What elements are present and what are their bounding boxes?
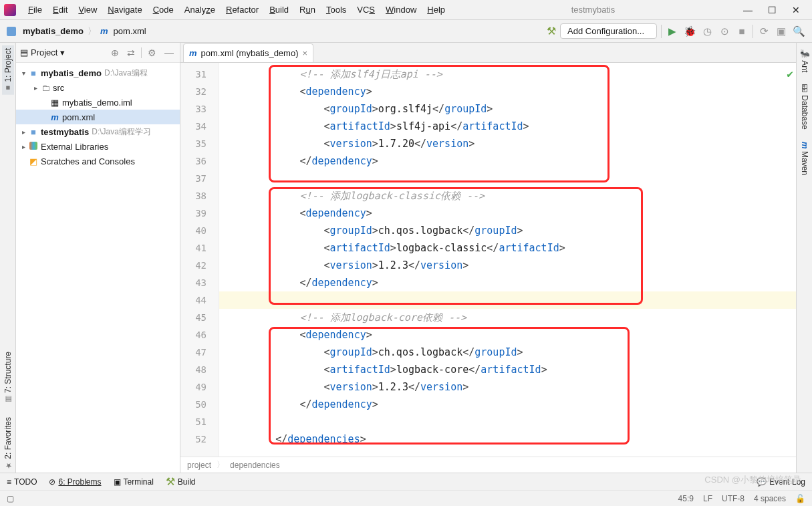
menu-build[interactable]: Build bbox=[264, 3, 294, 16]
tab-database[interactable]: 🗄 Database bbox=[799, 82, 811, 132]
tree-iml[interactable]: ▦mybatis_demo.iml bbox=[16, 95, 180, 110]
status-encoding[interactable]: UTF-8 bbox=[722, 494, 745, 503]
tab-maven[interactable]: m Maven bbox=[799, 139, 811, 178]
tab-label: pom.xml (mybatis_demo) bbox=[201, 48, 299, 58]
right-tool-rail: 🐜 Ant 🗄 Database m Maven bbox=[796, 43, 812, 473]
maven-file-icon: m bbox=[100, 26, 108, 36]
tab-ant[interactable]: 🐜 Ant bbox=[799, 45, 811, 75]
window-title: testmybatis bbox=[450, 5, 736, 15]
status-indent[interactable]: 4 spaces bbox=[754, 494, 786, 503]
menu-code[interactable]: Code bbox=[148, 3, 179, 16]
toggle-tool-icon[interactable]: ▣ bbox=[775, 25, 788, 37]
menu-run[interactable]: Run bbox=[294, 3, 321, 16]
hide-icon[interactable]: — bbox=[162, 47, 176, 58]
menu-window[interactable]: Window bbox=[380, 3, 422, 16]
project-sidebar: ▤ Project ▾ ⊕ ⇄ ⚙ — ▾■mybatis_demoD:\Jav… bbox=[16, 43, 180, 473]
module-icon bbox=[7, 27, 16, 36]
tab-favorites[interactable]: ★ 2: Favorites bbox=[2, 414, 14, 473]
profile-button[interactable]: ⊙ bbox=[718, 25, 731, 37]
build-icon[interactable]: ⚒ bbox=[547, 25, 556, 37]
chevron-right-icon: 〉 bbox=[88, 25, 96, 37]
breadcrumb-file[interactable]: pom.xml bbox=[114, 26, 146, 36]
run-button[interactable]: ▶ bbox=[666, 25, 679, 37]
tree-root[interactable]: ▾■mybatis_demoD:\Java编程 bbox=[16, 66, 180, 80]
tree-other-project[interactable]: ▸■testmybatisD:\Java编程学习 bbox=[16, 124, 180, 139]
bottom-terminal[interactable]: ▣ Terminal bbox=[114, 477, 154, 487]
minimize-button[interactable]: — bbox=[736, 2, 760, 18]
editor-tabbar: m pom.xml (mybatis_demo) × bbox=[180, 43, 796, 63]
maven-file-icon: m bbox=[189, 48, 197, 58]
bottom-problems[interactable]: ⊘ 6: Problems bbox=[49, 477, 101, 487]
menu-navigate[interactable]: Navigate bbox=[102, 3, 147, 16]
code-content[interactable]: ✔ <!-- 添加slf4j日志api --> <dependency> <gr… bbox=[219, 63, 796, 457]
search-everywhere-icon[interactable]: 🔍 bbox=[792, 25, 805, 37]
coverage-button[interactable]: ◷ bbox=[700, 25, 714, 37]
project-tree[interactable]: ▾■mybatis_demoD:\Java编程 ▸🗀src ▦mybatis_d… bbox=[16, 63, 180, 171]
left-tool-rail: ■ 1: Project ▤ 7: Structure ★ 2: Favorit… bbox=[0, 43, 16, 473]
menu-tools[interactable]: Tools bbox=[321, 3, 352, 16]
tree-scratches[interactable]: ◩Scratches and Consoles bbox=[16, 154, 180, 168]
locate-icon[interactable]: ⊕ bbox=[109, 47, 121, 58]
main-area: ■ 1: Project ▤ 7: Structure ★ 2: Favorit… bbox=[0, 43, 812, 473]
close-window-button[interactable]: ✕ bbox=[784, 2, 808, 18]
close-tab-icon[interactable]: × bbox=[303, 48, 308, 58]
navigation-toolbar: mybatis_demo 〉 m pom.xml ⚒ Add Configura… bbox=[0, 20, 812, 43]
settings-icon[interactable]: ⚙ bbox=[146, 47, 158, 58]
chevron-right-icon: 〉 bbox=[217, 459, 225, 471]
project-view-selector[interactable]: ▤ Project ▾ bbox=[20, 47, 65, 57]
status-cursor-pos[interactable]: 45:9 bbox=[678, 494, 694, 503]
crumb-project[interactable]: project bbox=[187, 461, 211, 470]
editor-tab-pom[interactable]: m pom.xml (mybatis_demo) × bbox=[183, 43, 313, 62]
debug-button[interactable]: 🐞 bbox=[683, 25, 696, 37]
breadcrumb[interactable]: mybatis_demo 〉 m pom.xml bbox=[7, 25, 146, 37]
editor-body[interactable]: 3132333435363738394041424344454647484950… bbox=[180, 63, 796, 457]
menu-view[interactable]: View bbox=[73, 3, 102, 16]
bottom-build[interactable]: ⚒ Build bbox=[166, 475, 196, 488]
expand-icon[interactable]: ⇄ bbox=[125, 47, 137, 58]
status-menu-icon[interactable]: ▢ bbox=[7, 494, 14, 503]
tree-ext-libs[interactable]: ▸External Libraries bbox=[16, 139, 180, 154]
menu-refactor[interactable]: Refactor bbox=[221, 3, 264, 16]
tab-structure[interactable]: ▤ 7: Structure bbox=[2, 349, 14, 406]
titlebar: File Edit View Navigate Code Analyze Ref… bbox=[0, 0, 812, 20]
editor-breadcrumbs[interactable]: project 〉 dependencies bbox=[180, 457, 796, 473]
crumb-dependencies[interactable]: dependencies bbox=[230, 461, 280, 470]
sidebar-header: ▤ Project ▾ ⊕ ⇄ ⚙ — bbox=[16, 43, 180, 63]
watermark-text: CSDN @小黎的培培笔录 bbox=[704, 474, 801, 486]
bottom-todo[interactable]: ≡ TODO bbox=[7, 477, 37, 487]
tree-src[interactable]: ▸🗀src bbox=[16, 80, 180, 95]
menu-file[interactable]: File bbox=[23, 3, 47, 16]
readonly-lock-icon[interactable]: 🔓 bbox=[795, 494, 805, 503]
menu-edit[interactable]: Edit bbox=[47, 3, 73, 16]
menu-help[interactable]: Help bbox=[422, 3, 450, 16]
menu-analyze[interactable]: Analyze bbox=[179, 3, 221, 16]
run-config-select[interactable]: Add Configuration... bbox=[560, 23, 657, 39]
editor-area: m pom.xml (mybatis_demo) × 3132333435363… bbox=[180, 43, 796, 473]
update-button[interactable]: ⟳ bbox=[757, 25, 771, 37]
tree-pom[interactable]: mpom.xml bbox=[16, 110, 180, 124]
bottom-tool-bar: ≡ TODO ⊘ 6: Problems ▣ Terminal ⚒ Build … bbox=[0, 473, 812, 490]
menu-vcs[interactable]: VCS bbox=[352, 3, 380, 16]
line-gutter[interactable]: 3132333435363738394041424344454647484950… bbox=[180, 63, 219, 457]
breadcrumb-project[interactable]: mybatis_demo bbox=[23, 26, 84, 36]
inspection-ok-icon[interactable]: ✔ bbox=[787, 66, 793, 83]
stop-button[interactable]: ■ bbox=[735, 25, 749, 37]
app-logo bbox=[4, 4, 16, 16]
status-bar: ▢ 45:9 LF UTF-8 4 spaces 🔓 bbox=[0, 490, 812, 506]
status-line-ending[interactable]: LF bbox=[703, 494, 712, 503]
tab-project[interactable]: ■ 1: Project bbox=[2, 45, 14, 95]
maximize-button[interactable]: ☐ bbox=[760, 2, 784, 18]
